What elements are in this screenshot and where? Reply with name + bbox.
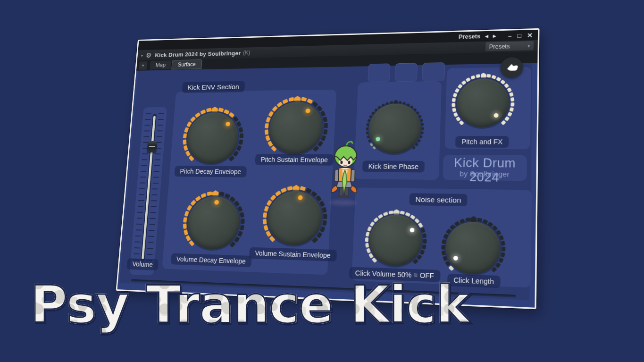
knob-tick <box>470 216 477 222</box>
knob-tick <box>496 76 501 81</box>
minimize-button[interactable]: – <box>508 33 512 39</box>
knob-tick <box>300 186 306 191</box>
knob-tick <box>307 99 313 104</box>
click-volume-knob[interactable] <box>362 208 429 273</box>
knob-tick <box>441 245 445 250</box>
knob-tick <box>504 83 509 88</box>
knob-tick <box>501 120 506 125</box>
collapse-caret-icon[interactable]: ▾ <box>141 53 143 58</box>
knob-tick <box>417 254 422 260</box>
pitch-and-fx-knob[interactable] <box>449 71 517 134</box>
knob-tick <box>319 201 325 207</box>
knob-tick <box>223 109 229 114</box>
knob-tick <box>266 230 271 237</box>
tab-map[interactable]: Map <box>150 60 172 69</box>
knob-tick <box>224 193 230 199</box>
knob-tick <box>211 107 218 112</box>
knob-tick <box>509 92 514 97</box>
knob-tick <box>294 96 301 101</box>
kick-sine-phase-label: Kick Sine Phase <box>362 160 425 172</box>
knob-tick <box>507 87 512 93</box>
knob-tick <box>418 114 422 118</box>
brand-subtitle: by Soulbringer <box>443 169 527 178</box>
pitch-decay-envelope-knob[interactable] <box>177 104 248 172</box>
knob-tick <box>422 233 427 238</box>
knob-tick <box>388 210 393 214</box>
knob-tick <box>510 102 514 107</box>
preset-next-button[interactable]: ▶ <box>493 34 497 38</box>
knob-tick <box>470 75 476 79</box>
knob-tick <box>456 116 461 121</box>
knob-tick <box>453 112 458 117</box>
knob-tick <box>420 227 425 233</box>
tab-menu-caret[interactable]: ▾ <box>139 61 147 70</box>
maximize-button[interactable]: □ <box>518 32 522 38</box>
mini-button-3[interactable] <box>422 62 445 81</box>
click-length-knob[interactable] <box>438 215 508 282</box>
knob-tick <box>455 88 460 93</box>
knob-tick <box>262 219 267 225</box>
knob-tick <box>240 225 244 230</box>
knob-tick <box>184 211 189 217</box>
mini-button-2[interactable] <box>394 63 418 82</box>
knob-tick <box>184 127 189 133</box>
watermark-title: Psy Trance Kick <box>30 275 469 334</box>
branding-panel: Kick Drum 2024 by Soulbringer <box>443 155 527 181</box>
knob-tick <box>238 127 243 133</box>
presets-strip-label: Presets <box>459 33 480 40</box>
mini-button-1[interactable] <box>368 63 390 82</box>
knob-tick <box>264 129 268 135</box>
knob-tick <box>398 101 401 103</box>
volume-slider-handle[interactable] <box>147 141 157 152</box>
knob-tick <box>495 262 501 268</box>
volume-sustain-envelope-knob[interactable] <box>257 182 332 255</box>
kick-sine-phase-knob[interactable] <box>362 98 428 160</box>
knob-tick <box>412 258 418 264</box>
plugin-title-suffix: (K) <box>243 50 251 56</box>
knob-tick <box>412 146 416 150</box>
knob-tick <box>293 185 300 191</box>
knob-tick <box>393 209 400 215</box>
knob-tick <box>301 97 306 101</box>
knob-tick <box>319 226 325 232</box>
knob-tick <box>237 206 243 212</box>
tab-surface[interactable]: Surface <box>172 59 202 70</box>
knob-circle <box>445 221 501 275</box>
preset-prev-button[interactable]: ◀ <box>485 34 489 39</box>
knob-tick <box>241 219 244 224</box>
knob-tick <box>184 229 188 236</box>
pitch-sustain-envelope-knob[interactable] <box>259 93 333 163</box>
knob-tick <box>500 252 505 257</box>
knob-tick <box>421 127 424 130</box>
knob-tick <box>419 135 423 138</box>
knob-tick <box>502 246 505 251</box>
noise-section-title: Noise section <box>409 193 467 206</box>
close-button[interactable]: ✕ <box>527 32 533 38</box>
knob-tick <box>236 121 241 127</box>
knob-tick <box>236 145 241 152</box>
knob-tick <box>287 186 293 191</box>
knob-tick <box>206 108 211 112</box>
knob-tick <box>496 229 502 235</box>
knob-tick <box>320 110 326 117</box>
chevron-down-icon: ▾ <box>527 43 530 48</box>
knob-tick <box>365 237 368 242</box>
presets-dropdown[interactable]: Presets ▾ <box>485 41 534 51</box>
knob-tick <box>365 243 369 247</box>
pitch-and-fx-label: Pitch and FX <box>455 136 509 148</box>
knob-tick <box>452 108 456 112</box>
knob-tick <box>461 80 466 85</box>
knob-tick <box>212 190 219 196</box>
gear-icon[interactable]: ⚙ <box>146 52 152 59</box>
knob-tick <box>419 249 425 255</box>
knob-tick <box>218 108 224 112</box>
knob-tick <box>418 139 421 143</box>
knob-tick <box>400 210 405 215</box>
knob-tick <box>322 207 326 213</box>
desktop-background: Presets ◀ ▶ – □ ✕ ▾ ⚙ Kick Drum 2024 by … <box>0 0 644 362</box>
knob-tick <box>263 225 268 231</box>
volume-decay-envelope-knob[interactable] <box>177 187 250 259</box>
knob-tick <box>476 74 481 77</box>
knob-tick <box>510 107 514 112</box>
knob-tick <box>228 155 234 161</box>
